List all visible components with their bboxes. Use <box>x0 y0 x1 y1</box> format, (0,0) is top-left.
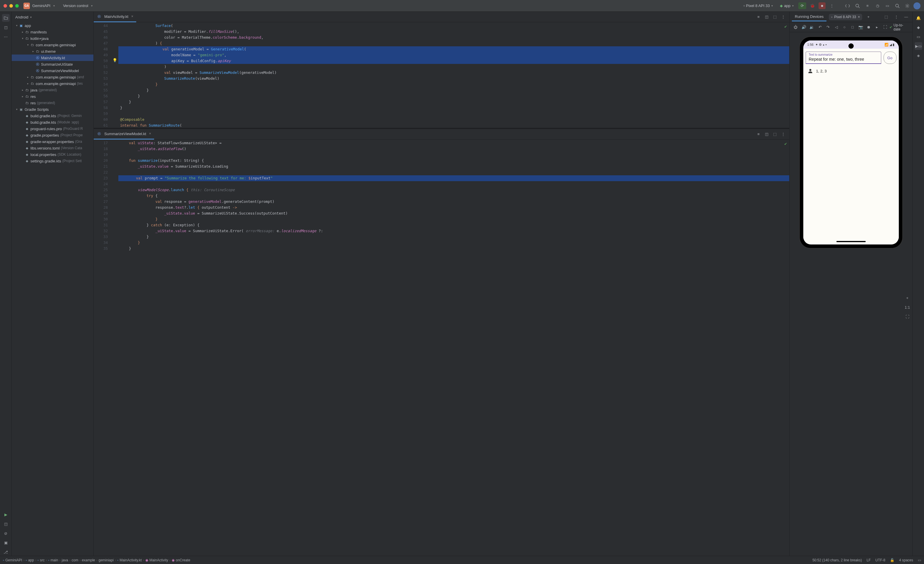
split-button[interactable]: ◫ <box>763 131 771 138</box>
maximize-window-icon[interactable] <box>15 4 19 8</box>
add-device-button[interactable]: + <box>864 13 872 21</box>
tree-node-manifests[interactable]: ▸🗀manifests <box>12 29 93 35</box>
rotate-right-button[interactable]: ↷ <box>824 23 832 31</box>
project-tree[interactable]: ▾▣app ▸🗀manifests ▾🗀kotlin+java ▾🗀com.ex… <box>12 22 93 556</box>
breadcrumb-item[interactable]: ▫ src <box>38 558 45 562</box>
project-panel-header[interactable]: Android ▾ <box>12 12 93 22</box>
tree-node-libs-toml[interactable]: ◆libs.versions.toml(Version Cata <box>12 145 93 151</box>
rerun-button[interactable]: ⟳ <box>798 2 806 9</box>
sync-button[interactable]: ≡ <box>864 2 871 10</box>
inspection-ok-icon[interactable]: ✔ <box>784 23 787 29</box>
tree-node-build-gradle[interactable]: ◆build.gradle.kts(Project: Gemin <box>12 113 93 119</box>
vcs-menu[interactable]: Version control <box>63 3 88 8</box>
breadcrumb-item[interactable]: ◉ MainActivity <box>145 558 168 562</box>
readonly-toggle[interactable]: 🔓 <box>890 558 894 562</box>
tree-node-build-gradle[interactable]: ◆build.gradle.kts(Module :app) <box>12 119 93 125</box>
close-device-button[interactable]: × <box>858 15 860 19</box>
settings-button[interactable] <box>903 2 911 10</box>
problems-button[interactable]: ⊘ <box>2 529 10 537</box>
chevron-down-icon[interactable]: ▾ <box>53 4 55 8</box>
close-tab-button[interactable]: × <box>149 132 151 136</box>
breadcrumbs[interactable]: ▫ GeminiAPI›▫ app›▫ src›▫ main›java›com›… <box>3 558 190 562</box>
overview-button[interactable]: □ <box>849 23 856 31</box>
editor-top[interactable]: 444546474849505152535455565758596061 💡 ✔… <box>94 22 789 128</box>
split-button[interactable]: ◫ <box>763 13 771 21</box>
indent-setting[interactable]: 4 spaces <box>899 558 913 562</box>
vcs-tool-button[interactable]: ⎇ <box>2 548 10 556</box>
breadcrumb-item[interactable]: ◉ onCreate <box>172 558 190 562</box>
reader-mode-button[interactable]: ≡ <box>754 131 762 138</box>
more-button[interactable]: ⋮ <box>779 131 787 138</box>
traffic-lights[interactable] <box>3 4 19 8</box>
tree-node-summarize-uistate[interactable]: ⓀSummarizeUiState <box>12 61 93 68</box>
tree-node-package[interactable]: ▸🗀com.example.geminiapi(and <box>12 74 93 80</box>
breadcrumb-item[interactable]: com <box>72 558 78 562</box>
android-nav-bar[interactable] <box>803 239 899 245</box>
window-mode-button[interactable]: ⬚ <box>882 13 890 21</box>
tree-node-gradle-wrapper[interactable]: ◆gradle-wrapper.properties(Gra <box>12 138 93 145</box>
stop-button[interactable]: ■ <box>819 2 826 9</box>
inspection-ok-icon[interactable]: ✔ <box>784 141 787 147</box>
tree-node-ui-theme[interactable]: ▸🗀ui.theme <box>12 48 93 54</box>
zoom-fit-button[interactable]: 1:1 <box>903 304 911 311</box>
tree-node-gradle-scripts[interactable]: ▾▣Gradle Scripts <box>12 106 93 113</box>
avd-button[interactable]: ▭ <box>884 2 891 10</box>
run-config-selector[interactable]: ◆ app ▾ <box>777 2 796 9</box>
running-devices-button[interactable]: ▶▭ <box>915 42 922 50</box>
tree-node-local-props[interactable]: ◆local.properties(SDK Location) <box>12 151 93 158</box>
reader-mode-button[interactable]: ≡ <box>754 13 762 21</box>
summarize-text-field[interactable]: Text to summarize Repeat for me: one, tw… <box>806 51 881 64</box>
resource-manager-button[interactable]: ◫ <box>2 23 10 31</box>
resize-button[interactable]: ⛶ <box>881 23 889 31</box>
minimize-panel-button[interactable]: — <box>902 13 910 21</box>
code-area[interactable]: ✔ Surface( modifier = Modifier.fillMaxSi… <box>118 22 789 128</box>
tree-node-app[interactable]: ▾▣app <box>12 22 93 29</box>
search-button[interactable] <box>854 2 861 10</box>
close-window-icon[interactable] <box>3 4 7 8</box>
tree-node-gradle-props[interactable]: ◆gradle.properties(Project Prope <box>12 132 93 138</box>
home-button[interactable]: ○ <box>841 23 848 31</box>
tree-node-summarize-vm[interactable]: ⓀSummarizeViewModel <box>12 68 93 74</box>
emulator-button[interactable]: ◈ <box>915 51 922 59</box>
code-with-me-button[interactable] <box>844 2 851 10</box>
project-name[interactable]: GeminiAPI <box>32 3 50 8</box>
extended-controls-button[interactable]: ▸ <box>873 23 881 31</box>
notifications-button[interactable]: 🔔 <box>915 14 922 22</box>
status-more-button[interactable]: ▭ <box>918 558 921 562</box>
device-instance-tab[interactable]: ▫ Pixel 8 API 33 × <box>829 14 862 20</box>
more-button[interactable]: ⋮ <box>779 13 787 21</box>
tree-node-res-gen[interactable]: 🗀res(generated) <box>12 100 93 106</box>
rotate-left-button[interactable]: ↶ <box>816 23 824 31</box>
tree-node-kotlin-java[interactable]: ▾🗀kotlin+java <box>12 35 93 42</box>
lightbulb-icon[interactable]: 💡 <box>112 58 117 62</box>
profiler-button[interactable]: ◷ <box>874 2 881 10</box>
back-button[interactable]: ◁ <box>832 23 840 31</box>
breadcrumb-item[interactable]: java <box>62 558 68 562</box>
cursor-position[interactable]: 50:52 (140 chars, 2 line breaks) <box>812 558 862 562</box>
breadcrumb-item[interactable]: geminiapi <box>99 558 114 562</box>
breadcrumb-item[interactable]: ▫ GeminiAPI <box>3 558 22 562</box>
breadcrumb-item[interactable]: ▫ MainActivity.kt <box>117 558 142 562</box>
tab-summarize-vm[interactable]: Ⓚ SummarizeViewModel.kt × <box>94 129 154 140</box>
running-devices-tab[interactable]: Running Devices <box>792 13 826 21</box>
breadcrumb-item[interactable]: ▫ main <box>48 558 58 562</box>
code-area[interactable]: ✔ val uiState: StateFlow<SummarizeUiStat… <box>118 140 789 556</box>
panel-more-button[interactable]: ⋮ <box>892 13 900 21</box>
gradle-button[interactable]: ◆ <box>915 23 922 31</box>
tree-node-package[interactable]: ▸🗀com.example.geminiapi(tes <box>12 80 93 87</box>
terminal-button[interactable]: ▣ <box>2 539 10 546</box>
tree-node-proguard[interactable]: ◆proguard-rules.pro(ProGuard R <box>12 125 93 132</box>
go-button[interactable]: Go <box>884 51 897 64</box>
phone-screen[interactable]: 1:56 ✦ ⚙ ⬥ ▪ 📶 ◢ ▮ Text to summarize Rep… <box>803 41 899 245</box>
close-tab-button[interactable]: × <box>131 14 133 18</box>
breadcrumb-item[interactable]: ▫ app <box>26 558 34 562</box>
record-button[interactable]: ⏺ <box>865 23 873 31</box>
zoom-in-button[interactable]: + <box>903 294 911 302</box>
project-tool-button[interactable] <box>2 14 10 22</box>
editor-bottom[interactable]: 17181920212223242526272829303132333435 ✔… <box>94 140 789 556</box>
search-everywhere-button[interactable] <box>894 2 901 10</box>
zoom-out-button[interactable]: ⛶ <box>903 313 911 320</box>
tab-main-activity[interactable]: Ⓚ MainActivity.kt × <box>94 12 136 22</box>
minimize-window-icon[interactable] <box>9 4 13 8</box>
debug-button[interactable]: 🐞 <box>808 2 816 10</box>
